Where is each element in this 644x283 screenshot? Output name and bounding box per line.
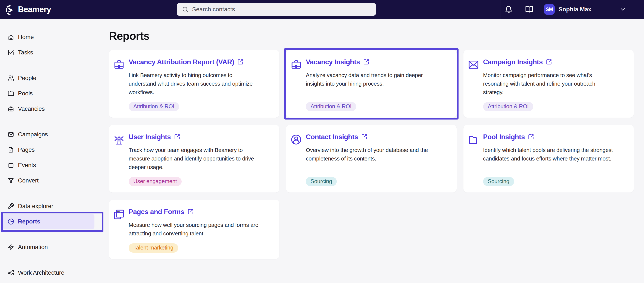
category-badge: Sourcing [483,177,514,186]
report-card-grid: Vacancy Attribution Report (VAR) Link Be… [109,50,634,259]
beamery-wordmark: Beamery [18,5,51,14]
sidebar-item-vacancies[interactable]: Vacancies [2,101,94,117]
topbar-divider [539,0,539,19]
category-badge: User engagement [129,177,182,186]
folder-icon [467,133,480,147]
briefcase-icon [290,58,302,72]
person-circle-icon [290,133,302,147]
report-link-user-insights[interactable]: User Insights [129,133,171,141]
sidebar: Home Tasks People Pools Vacancies Campai… [0,19,109,283]
chevron-down-icon [619,6,626,13]
sidebar-item-reports[interactable]: Reports [2,214,94,229]
report-card-vacancy-attribution[interactable]: Vacancy Attribution Report (VAR) Link Be… [109,50,279,118]
sidebar-item-automation[interactable]: Automation [2,240,94,255]
external-link-icon [528,134,534,140]
sidebar-item-people[interactable]: People [2,70,94,86]
category-badge: Talent marketing [129,243,178,253]
top-navigation-bar: Beamery SM Sophia Max [0,0,644,19]
lighthouse-icon [113,133,125,147]
external-link-icon [546,59,552,65]
briefcase-icon [8,106,14,112]
report-description: Link Beamery activity to hiring outcomes… [129,71,270,96]
document-icon [8,147,14,153]
sidebar-item-pages[interactable]: Pages [2,142,94,158]
report-description: Track how your team engages with Beamery… [129,146,270,171]
sidebar-item-data-explorer[interactable]: Data explorer [2,199,94,214]
report-link-campaign-insights[interactable]: Campaign Insights [483,58,543,66]
external-link-icon [363,59,369,65]
report-link-pool-insights[interactable]: Pool Insights [483,133,525,141]
report-description: Measure how well your sourcing pages and… [129,221,270,238]
report-card-user-insights[interactable]: User Insights Track how your team engage… [109,125,279,193]
report-card-campaign-insights[interactable]: Campaign Insights Monitor campaign perfo… [464,50,634,118]
page-title: Reports [109,30,634,42]
user-menu-button[interactable] [619,0,626,19]
category-badge: Attribution & ROI [129,102,179,111]
category-badge: Attribution & ROI [483,102,534,111]
topbar-divider [500,0,500,19]
beamery-logo-mark [5,4,15,15]
report-link-contact-insights[interactable]: Contact Insights [306,133,358,141]
report-card-contact-insights[interactable]: Contact Insights Overview into the growt… [286,125,456,193]
envelope-icon [8,131,14,138]
report-description: Identify which talent pools are deliveri… [483,146,624,163]
search-input[interactable] [192,6,371,13]
report-card-pool-insights[interactable]: Pool Insights Identify which talent pool… [464,125,634,193]
external-link-icon [361,134,367,140]
sidebar-item-events[interactable]: Events [2,158,94,173]
pie-chart-icon [8,218,14,225]
global-search[interactable] [177,3,376,16]
report-description: Overview into the growth of your databas… [306,146,447,163]
book-open-icon [525,5,533,13]
report-link-vacancy-attribution[interactable]: Vacancy Attribution Report (VAR) [129,58,234,66]
funnel-icon [8,177,14,184]
beamery-logo[interactable]: Beamery [5,0,51,19]
report-link-pages-and-forms[interactable]: Pages and Forms [129,208,184,216]
sidebar-item-home[interactable]: Home [2,29,94,45]
category-badge: Sourcing [306,177,337,186]
people-icon [8,75,14,81]
sidebar-item-tasks[interactable]: Tasks [2,45,94,60]
sidebar-item-campaigns[interactable]: Campaigns [2,127,94,142]
report-card-vacancy-insights[interactable]: Vacancy Insights Analyze vacancy data an… [286,50,456,118]
folder-icon [8,90,14,97]
report-card-pages-and-forms[interactable]: Pages and Forms Measure how well your so… [109,200,279,259]
external-link-icon [174,134,180,140]
report-description: Monitor campaign performance to see what… [483,71,624,96]
calendar-icon [8,162,14,168]
org-network-icon [8,270,14,276]
knowledge-base-button[interactable] [525,0,533,19]
envelope-icon [467,58,480,72]
category-badge: Attribution & ROI [306,102,356,111]
bell-icon [505,5,512,13]
topbar-divider [521,0,521,19]
home-icon [8,34,14,40]
lightning-icon [8,244,14,250]
wrench-icon [8,203,14,209]
main-content: Reports Vacancy Attribution Report (VAR)… [109,19,644,283]
sidebar-item-work-architecture[interactable]: Work Architecture [2,265,94,281]
sidebar-item-convert[interactable]: Convert [2,173,94,188]
external-link-icon [188,209,194,215]
search-icon [182,6,189,13]
report-link-vacancy-insights[interactable]: Vacancy Insights [306,58,360,66]
report-description: Analyze vacancy data and trends to gain … [306,71,447,88]
browser-windows-icon [113,208,125,222]
notifications-button[interactable] [505,0,512,19]
sidebar-item-pools[interactable]: Pools [2,86,94,101]
external-link-icon [238,59,243,65]
user-avatar[interactable]: SM [544,4,555,15]
user-name: Sophia Max [558,0,592,19]
briefcase-icon [113,58,125,72]
tasks-icon [8,49,14,56]
